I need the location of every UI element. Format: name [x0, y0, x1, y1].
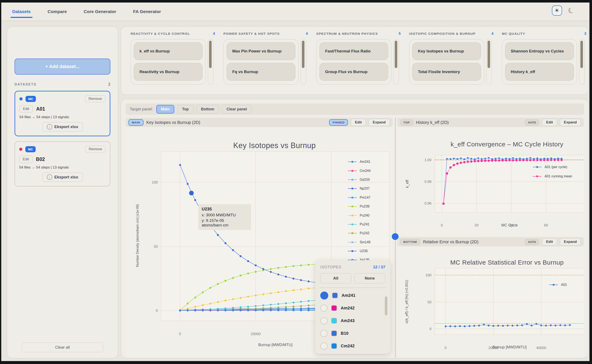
target-button-top[interactable]: Top — [178, 105, 193, 114]
pinned-badge[interactable]: PINNED — [329, 119, 348, 126]
chart-chip-fast-thermal-flux-ratio[interactable]: Fast/Thermal Flux Ratio — [319, 42, 388, 60]
legend-entry-pu242[interactable]: Pu242 — [348, 229, 371, 238]
legend-entry-a01-per-cycle[interactable]: A01 (per cycle) — [532, 162, 572, 172]
legend-entry-a01[interactable]: A01 — [549, 280, 567, 289]
svg-text:0.96: 0.96 — [424, 201, 431, 205]
category-scrollbar[interactable] — [301, 39, 306, 85]
isotope-row-am241[interactable]: Am241 — [320, 289, 385, 302]
svg-text:50: 50 — [427, 300, 431, 304]
edit-dataset-button[interactable]: Edit — [19, 156, 33, 163]
category-scrollbar[interactable] — [393, 39, 399, 85]
svg-text:50: 50 — [154, 245, 158, 248]
legend-entry-np237[interactable]: Np237 — [348, 184, 371, 193]
category-scrollbar[interactable] — [486, 39, 492, 85]
category-scrollbar[interactable] — [579, 39, 585, 85]
bottom-panel-header: BOTTOM Relative Error vs Burnup (2D) AUT… — [397, 237, 584, 247]
chart-chip-total-fissile-inventory[interactable]: Total Fissile Inventory — [412, 63, 481, 81]
isotope-checkbox[interactable] — [320, 317, 327, 325]
mc-error-chart[interactable]: 02000040000050100MC Relative Statistical… — [397, 247, 584, 358]
tab-datasets[interactable]: Datasets — [11, 5, 33, 18]
legend-entry-gd155[interactable]: Gd155 — [348, 175, 371, 184]
keff-history-chart[interactable]: 02040600.960.981.00k_eff Convergence – M… — [397, 127, 584, 237]
isotope-color-swatch — [331, 305, 337, 311]
legend-entry-pm147[interactable]: Pm147 — [348, 193, 371, 202]
isotope-row-cm243[interactable]: Cm243 — [320, 352, 385, 354]
isotope-label: Am243 — [341, 318, 355, 323]
category-count: 5 — [399, 32, 401, 36]
export-xlsx-button[interactable]: ↓Eksport xlsx — [42, 122, 83, 131]
divider-drag-handle[interactable] — [392, 233, 398, 240]
legend-entry-a01-running-mean[interactable]: A01 running mean — [532, 172, 572, 181]
chart-chip-group-flux-vs-burnup[interactable]: Group Flux vs Burnup — [319, 63, 388, 81]
dataset-color-dot — [20, 97, 23, 100]
top-auto-badge[interactable]: AUTO — [525, 119, 539, 126]
export-xlsx-button[interactable]: ↓Eksport xlsx — [42, 173, 83, 182]
bottom-expand-button[interactable]: Expand — [560, 238, 581, 245]
bottom-auto-badge[interactable]: AUTO — [525, 239, 539, 245]
legend-entry-am241[interactable]: Am241 — [348, 157, 371, 166]
isotope-checkbox[interactable] — [320, 292, 328, 299]
isotope-row-am242[interactable]: Am242 — [320, 302, 385, 314]
bottom-edit-button[interactable]: Edit — [542, 238, 557, 245]
chart-chip-reactivity-vs-burnup[interactable]: Reactivity vs Burnup — [134, 63, 202, 81]
isotope-list-scrollbar[interactable] — [385, 296, 387, 315]
legend-entry-cm244[interactable]: Cm244 — [348, 166, 371, 175]
remove-dataset-button[interactable]: Remove — [85, 146, 106, 153]
dataset-meta: 54 files → 54 steps | 13 signals — [20, 115, 106, 119]
tooltip-x-value: x: 3000 MWD/MTU — [202, 213, 248, 217]
isotopes-popup: ISOTOPES 12 / 37 All None Am241Am242Am24… — [315, 260, 390, 354]
legend-entry-sm149[interactable]: Sm149 — [348, 238, 371, 247]
tab-compare[interactable]: Compare — [46, 5, 68, 18]
chart-chip-shannon-entropy-vs-cycles[interactable]: Shannon Entropy vs Cycles — [505, 42, 574, 60]
edit-dataset-button[interactable]: Edit — [20, 105, 33, 112]
target-button-main[interactable]: Main — [156, 105, 174, 114]
chart-chip-k-eff-vs-burnup[interactable]: k_eff vs Burnup — [134, 42, 202, 60]
isotope-checkbox[interactable] — [320, 343, 327, 350]
tab-fa-generator[interactable]: FA Generator — [131, 5, 163, 18]
legend-entry-u235[interactable]: U235 — [348, 247, 371, 255]
isotope-label: Am242 — [341, 306, 355, 311]
main-edit-button[interactable]: Edit — [351, 119, 366, 126]
select-all-button[interactable]: All — [320, 273, 351, 283]
isotope-checkbox[interactable] — [320, 330, 327, 337]
dataset-card-b02[interactable]: MCRemoveEditB0254 files → 54 steps | 13 … — [14, 141, 110, 186]
svg-text:k_eff: k_eff — [405, 180, 410, 188]
top-edit-button[interactable]: Edit — [542, 119, 557, 126]
isotope-checkbox[interactable] — [320, 305, 327, 312]
svg-text:Burnup [MWD/MTU]: Burnup [MWD/MTU] — [492, 345, 527, 349]
main-expand-button[interactable]: Expand — [369, 119, 390, 126]
isotope-color-swatch — [332, 292, 338, 298]
target-button-clear-panel[interactable]: Clear panel — [222, 105, 251, 114]
remove-dataset-button[interactable]: Remove — [85, 95, 106, 102]
top-expand-button[interactable]: Expand — [560, 119, 581, 126]
target-button-bottom[interactable]: Bottom — [197, 105, 219, 114]
category-count: 3 — [584, 32, 586, 36]
legend-entry-pu239[interactable]: Pu239 — [348, 202, 371, 211]
chart-categories-panel: REACTIVITY & CYCLE CONTROL4k_eff vs Burn… — [121, 26, 589, 95]
moon-icon: ☾ — [567, 6, 575, 15]
clear-all-button[interactable]: Clear all — [22, 343, 103, 352]
isotope-row-am243[interactable]: Am243 — [320, 314, 385, 327]
bottom-panel-title: Relative Error vs Burnup (2D) — [423, 240, 478, 244]
chart-chip-key-isotopes-vs-burnup[interactable]: Key Isotopes vs Burnup — [412, 42, 481, 60]
svg-text:1.00: 1.00 — [424, 158, 431, 162]
add-dataset-button[interactable]: + Add dataset... — [14, 58, 110, 75]
category-scrollbar[interactable] — [208, 39, 213, 85]
dark-mode-button[interactable]: ☾ — [567, 6, 575, 15]
chart-chip-max-pin-power-vs-burnup[interactable]: Max Pin Power vs Burnup — [227, 42, 295, 60]
isotope-row-cm242[interactable]: Cm242 — [320, 340, 385, 352]
category-chip-list: k_eff vs BurnupReactivity vs Burnup — [131, 39, 206, 85]
isotope-color-swatch — [331, 318, 337, 324]
tab-core-generator[interactable]: Core Generator — [82, 5, 118, 18]
legend-entry-pu240[interactable]: Pu240 — [348, 211, 371, 220]
light-mode-button[interactable]: ☀ — [552, 6, 562, 16]
select-none-button[interactable]: None — [354, 273, 385, 283]
isotope-row-b10[interactable]: B10 — [320, 327, 385, 340]
dataset-card-a01[interactable]: MCRemoveEditA0154 files → 54 steps | 13 … — [14, 91, 110, 136]
chart-chip-history-k-eff[interactable]: History k_eff — [505, 63, 574, 81]
chart-chip-fq-vs-burnup[interactable]: Fq vs Burnup — [227, 63, 295, 81]
svg-text:0.98: 0.98 — [424, 180, 431, 184]
legend-entry-pu241[interactable]: Pu241 — [348, 220, 371, 229]
chart-tooltip: U235 x: 3000 MWD/MTU y: 9.157e-05 atoms/… — [198, 204, 251, 230]
mc-badge: MC — [26, 96, 36, 102]
